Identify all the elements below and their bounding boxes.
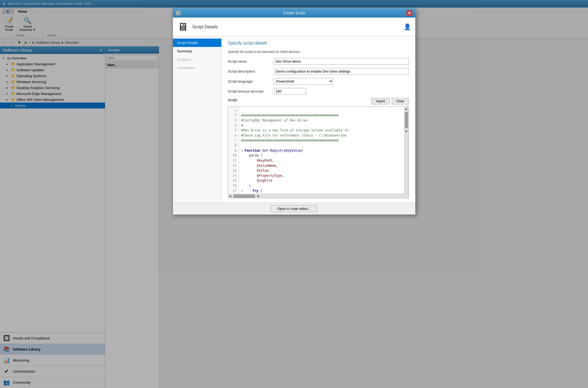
wizard-step-completion: Completion [173, 64, 221, 72]
wizard-step-summary[interactable]: Summary [173, 47, 221, 55]
scroll-up-arrow[interactable]: ▲ [405, 107, 408, 111]
code-scroll-vertical[interactable]: ▲ ▼ [404, 107, 409, 194]
code-scroll-horizontal[interactable]: ◄ ► [228, 194, 409, 198]
script-timeout-input[interactable] [274, 88, 306, 95]
open-code-editor-button[interactable]: Open in code editor... [271, 205, 318, 212]
script-section-label: Script: [228, 98, 238, 104]
form-row-script-timeout: Script timeout seconds: [228, 88, 409, 95]
form-row-script-name: Script name: [228, 58, 409, 65]
line-numbers: 123456789101112131415161718 [228, 107, 239, 194]
form-row-script-desc: Script description: [228, 68, 409, 75]
code-editor: 123456789101112131415161718 ############… [228, 107, 409, 198]
script-lang-label: Script language: [228, 79, 271, 83]
scroll-thumb-v[interactable] [405, 112, 408, 128]
app-container: 🖥 Microsoft Configuration Manager (Conne… [0, 0, 588, 388]
modal-body: Script Details Summary Progress Completi… [173, 46, 415, 203]
clear-button[interactable]: Clear [392, 98, 409, 104]
script-name-input[interactable] [274, 58, 409, 65]
script-desc-input[interactable] [274, 68, 409, 75]
scroll-right-arrow[interactable]: ► [256, 195, 260, 198]
script-name-label: Script name: [228, 59, 271, 63]
script-actions-bar: Script: Import Clear [228, 98, 409, 104]
script-desc-label: Script description: [228, 69, 271, 73]
script-lang-select[interactable]: PowerShell VBScript [274, 78, 333, 85]
code-editor-body: 123456789101112131415161718 ############… [228, 107, 409, 194]
wizard-content-subtitle: Specify the script to be executed on cli… [228, 50, 409, 54]
scroll-left-arrow[interactable]: ◄ [228, 195, 233, 198]
scroll-down-arrow[interactable]: ▼ [405, 129, 408, 133]
wizard-content: Specify script details Specify the scrip… [222, 46, 415, 203]
modal-create-script: — Create Script ✕ 🖥 Script Details 👤 Scr… [173, 46, 416, 215]
main-area: Software Library ◄ ▼ 🗂 Overview ► 📁 Appl… [0, 46, 588, 388]
modal-footer: Open in code editor... [173, 203, 415, 215]
scroll-thumb-h[interactable] [233, 195, 255, 198]
form-row-script-lang: Script language: PowerShell VBScript [228, 78, 409, 85]
wizard-step-progress: Progress [173, 55, 221, 64]
modal-overlay: — Create Script ✕ 🖥 Script Details 👤 Scr… [0, 46, 588, 388]
code-content[interactable]: ########################################… [239, 107, 404, 194]
script-timeout-label: Script timeout seconds: [228, 89, 271, 93]
import-button[interactable]: Import [371, 98, 390, 104]
wizard-nav: Script Details Summary Progress Completi… [173, 46, 222, 203]
